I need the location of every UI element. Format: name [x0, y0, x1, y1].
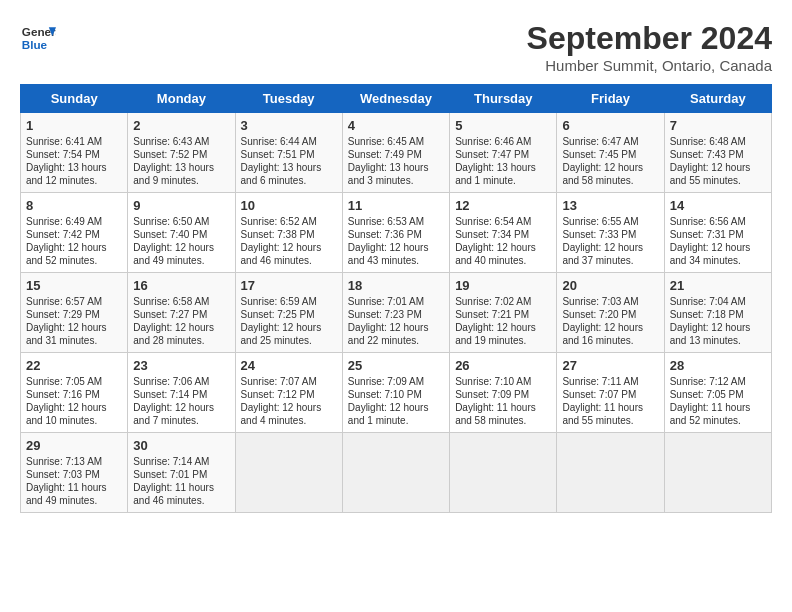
calendar-day-16: 16Sunrise: 6:58 AMSunset: 7:27 PMDayligh… [128, 273, 235, 353]
day-number: 19 [455, 278, 551, 293]
day-info: Sunset: 7:54 PM [26, 148, 122, 161]
day-info: Daylight: 11 hours and 52 minutes. [670, 401, 766, 427]
day-info: Sunset: 7:27 PM [133, 308, 229, 321]
day-info: Sunset: 7:12 PM [241, 388, 337, 401]
day-info: Sunrise: 7:02 AM [455, 295, 551, 308]
day-info: Daylight: 12 hours and 10 minutes. [26, 401, 122, 427]
calendar-day-1: 1Sunrise: 6:41 AMSunset: 7:54 PMDaylight… [21, 113, 128, 193]
calendar-day-2: 2Sunrise: 6:43 AMSunset: 7:52 PMDaylight… [128, 113, 235, 193]
calendar-header-friday: Friday [557, 85, 664, 113]
day-info: Daylight: 12 hours and 43 minutes. [348, 241, 444, 267]
day-number: 30 [133, 438, 229, 453]
calendar-day-empty [235, 433, 342, 513]
calendar-day-27: 27Sunrise: 7:11 AMSunset: 7:07 PMDayligh… [557, 353, 664, 433]
month-title: September 2024 [527, 20, 772, 57]
day-info: Sunrise: 6:58 AM [133, 295, 229, 308]
calendar-day-26: 26Sunrise: 7:10 AMSunset: 7:09 PMDayligh… [450, 353, 557, 433]
calendar-table: SundayMondayTuesdayWednesdayThursdayFrid… [20, 84, 772, 513]
day-info: Sunrise: 7:01 AM [348, 295, 444, 308]
day-info: Daylight: 12 hours and 28 minutes. [133, 321, 229, 347]
calendar-day-13: 13Sunrise: 6:55 AMSunset: 7:33 PMDayligh… [557, 193, 664, 273]
day-info: Sunset: 7:10 PM [348, 388, 444, 401]
day-info: Sunset: 7:25 PM [241, 308, 337, 321]
day-info: Sunset: 7:34 PM [455, 228, 551, 241]
day-info: Sunset: 7:40 PM [133, 228, 229, 241]
day-info: Sunset: 7:20 PM [562, 308, 658, 321]
page-header: General Blue September 2024 Humber Summi… [20, 20, 772, 74]
day-info: Sunrise: 7:04 AM [670, 295, 766, 308]
calendar-week-2: 8Sunrise: 6:49 AMSunset: 7:42 PMDaylight… [21, 193, 772, 273]
day-info: Sunset: 7:42 PM [26, 228, 122, 241]
day-info: Sunrise: 6:45 AM [348, 135, 444, 148]
calendar-week-1: 1Sunrise: 6:41 AMSunset: 7:54 PMDaylight… [21, 113, 772, 193]
day-info: Daylight: 12 hours and 55 minutes. [670, 161, 766, 187]
day-info: Sunrise: 6:56 AM [670, 215, 766, 228]
day-info: Daylight: 12 hours and 31 minutes. [26, 321, 122, 347]
calendar-day-28: 28Sunrise: 7:12 AMSunset: 7:05 PMDayligh… [664, 353, 771, 433]
day-info: Daylight: 13 hours and 1 minute. [455, 161, 551, 187]
calendar-day-17: 17Sunrise: 6:59 AMSunset: 7:25 PMDayligh… [235, 273, 342, 353]
calendar-day-3: 3Sunrise: 6:44 AMSunset: 7:51 PMDaylight… [235, 113, 342, 193]
day-info: Sunrise: 7:07 AM [241, 375, 337, 388]
day-info: Daylight: 12 hours and 58 minutes. [562, 161, 658, 187]
calendar-body: 1Sunrise: 6:41 AMSunset: 7:54 PMDaylight… [21, 113, 772, 513]
day-info: Sunrise: 6:53 AM [348, 215, 444, 228]
day-info: Sunset: 7:18 PM [670, 308, 766, 321]
day-info: Sunrise: 6:59 AM [241, 295, 337, 308]
calendar-day-15: 15Sunrise: 6:57 AMSunset: 7:29 PMDayligh… [21, 273, 128, 353]
day-info: Sunset: 7:01 PM [133, 468, 229, 481]
day-info: Daylight: 13 hours and 12 minutes. [26, 161, 122, 187]
day-number: 8 [26, 198, 122, 213]
day-info: Sunset: 7:36 PM [348, 228, 444, 241]
calendar-day-12: 12Sunrise: 6:54 AMSunset: 7:34 PMDayligh… [450, 193, 557, 273]
day-info: Daylight: 11 hours and 46 minutes. [133, 481, 229, 507]
day-info: Sunrise: 6:55 AM [562, 215, 658, 228]
day-info: Sunset: 7:07 PM [562, 388, 658, 401]
day-info: Sunset: 7:45 PM [562, 148, 658, 161]
day-info: Sunrise: 7:12 AM [670, 375, 766, 388]
day-info: Sunrise: 6:47 AM [562, 135, 658, 148]
day-info: Daylight: 12 hours and 19 minutes. [455, 321, 551, 347]
day-info: Sunset: 7:14 PM [133, 388, 229, 401]
calendar-day-23: 23Sunrise: 7:06 AMSunset: 7:14 PMDayligh… [128, 353, 235, 433]
day-number: 25 [348, 358, 444, 373]
calendar-day-24: 24Sunrise: 7:07 AMSunset: 7:12 PMDayligh… [235, 353, 342, 433]
calendar-day-21: 21Sunrise: 7:04 AMSunset: 7:18 PMDayligh… [664, 273, 771, 353]
day-number: 23 [133, 358, 229, 373]
day-info: Daylight: 12 hours and 4 minutes. [241, 401, 337, 427]
day-info: Daylight: 12 hours and 34 minutes. [670, 241, 766, 267]
calendar-header-saturday: Saturday [664, 85, 771, 113]
calendar-day-29: 29Sunrise: 7:13 AMSunset: 7:03 PMDayligh… [21, 433, 128, 513]
day-number: 20 [562, 278, 658, 293]
day-number: 6 [562, 118, 658, 133]
day-info: Sunset: 7:52 PM [133, 148, 229, 161]
day-info: Sunset: 7:51 PM [241, 148, 337, 161]
calendar-week-4: 22Sunrise: 7:05 AMSunset: 7:16 PMDayligh… [21, 353, 772, 433]
day-info: Sunrise: 6:57 AM [26, 295, 122, 308]
day-number: 24 [241, 358, 337, 373]
day-number: 14 [670, 198, 766, 213]
calendar-day-10: 10Sunrise: 6:52 AMSunset: 7:38 PMDayligh… [235, 193, 342, 273]
day-info: Sunrise: 7:09 AM [348, 375, 444, 388]
logo: General Blue [20, 20, 56, 56]
day-info: Sunrise: 6:54 AM [455, 215, 551, 228]
day-number: 9 [133, 198, 229, 213]
day-info: Sunrise: 6:41 AM [26, 135, 122, 148]
day-info: Sunset: 7:21 PM [455, 308, 551, 321]
day-info: Daylight: 12 hours and 25 minutes. [241, 321, 337, 347]
calendar-header-tuesday: Tuesday [235, 85, 342, 113]
day-info: Daylight: 12 hours and 16 minutes. [562, 321, 658, 347]
svg-text:Blue: Blue [22, 38, 48, 51]
day-number: 12 [455, 198, 551, 213]
day-info: Sunrise: 7:10 AM [455, 375, 551, 388]
day-number: 2 [133, 118, 229, 133]
calendar-day-11: 11Sunrise: 6:53 AMSunset: 7:36 PMDayligh… [342, 193, 449, 273]
day-info: Sunrise: 6:48 AM [670, 135, 766, 148]
day-info: Sunset: 7:43 PM [670, 148, 766, 161]
day-info: Sunset: 7:23 PM [348, 308, 444, 321]
day-info: Sunset: 7:09 PM [455, 388, 551, 401]
day-number: 15 [26, 278, 122, 293]
day-info: Daylight: 13 hours and 3 minutes. [348, 161, 444, 187]
calendar-day-19: 19Sunrise: 7:02 AMSunset: 7:21 PMDayligh… [450, 273, 557, 353]
day-number: 4 [348, 118, 444, 133]
